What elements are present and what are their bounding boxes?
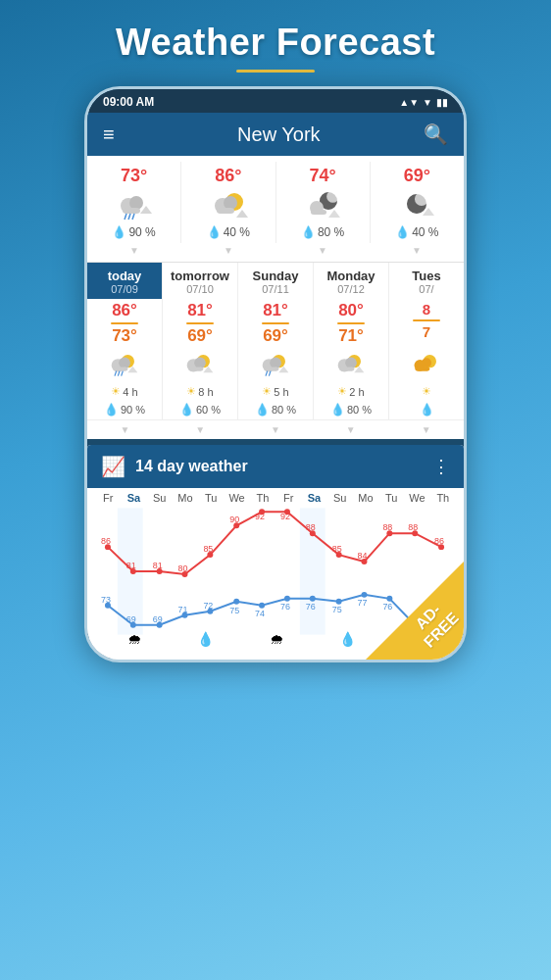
daily-sun-monday: ☀2 h <box>314 383 389 400</box>
chart-day-mo2: Mo <box>353 492 378 504</box>
day-name-sunday: Sunday <box>253 269 299 283</box>
svg-line-22 <box>115 371 117 376</box>
svg-line-5 <box>132 214 134 220</box>
day-date-today: 07/09 <box>111 283 138 295</box>
temperature-chart: 86 81 81 80 85 90 92 92 88 85 84 88 88 8… <box>95 508 456 635</box>
svg-rect-34 <box>264 368 278 371</box>
hourly-col-3: 74° 💧80 % <box>276 162 371 243</box>
day-date-sunday: 07/11 <box>262 283 289 295</box>
hourly-col-4: 69° 💧40 % <box>371 162 464 243</box>
daily-icon-tomorrow <box>163 346 238 383</box>
svg-text:75: 75 <box>332 605 342 614</box>
daily-icon-sunday <box>238 346 314 383</box>
chart-day-th2: Th <box>430 492 456 504</box>
svg-point-40 <box>345 358 357 369</box>
more-options-icon[interactable]: ⋮ <box>432 456 450 477</box>
wifi-icon: ▼ <box>423 97 432 108</box>
day-date-tomorrow: 07/10 <box>186 283 214 295</box>
day-col-sunday[interactable]: Sunday 07/11 <box>238 263 314 299</box>
title-underline <box>236 70 315 73</box>
svg-point-20 <box>119 358 130 369</box>
svg-text:81: 81 <box>126 561 136 570</box>
chart-day-we2: We <box>404 492 429 504</box>
chart-day-tu2: Tu <box>378 492 404 504</box>
hourly-temp-1: 73° <box>121 166 147 186</box>
svg-line-24 <box>122 371 124 376</box>
daily-precip-tomorrow: 💧60 % <box>163 400 238 419</box>
hourly-col-1: 73° 💧90 % <box>87 162 181 243</box>
svg-text:75: 75 <box>229 606 239 615</box>
daily-high-monday: 80° <box>338 301 364 320</box>
svg-line-35 <box>266 371 268 376</box>
daily-high-today: 86° <box>112 301 137 320</box>
hourly-icon-1 <box>109 186 160 225</box>
hourly-precip-1: 💧90 % <box>112 225 155 239</box>
svg-text:85: 85 <box>332 544 342 554</box>
svg-text:85: 85 <box>203 544 213 554</box>
signal-icon: ▲▼ <box>399 97 419 108</box>
status-bar: 09:00 AM ▲▼ ▼ ▮▮ <box>87 89 464 113</box>
svg-line-4 <box>128 214 130 220</box>
svg-line-3 <box>125 214 126 220</box>
day-date-tuesday: 07/ <box>419 283 433 295</box>
svg-text:92: 92 <box>255 512 265 521</box>
svg-point-82 <box>233 599 239 605</box>
day-col-today[interactable]: today 07/09 <box>87 263 163 299</box>
chart-day-fr1: Fr <box>95 492 121 504</box>
svg-text:80: 80 <box>178 564 188 573</box>
daily-sun-tuesday: ☀ <box>389 383 464 400</box>
svg-text:84: 84 <box>358 551 368 561</box>
daily-precip-sunday: 💧80 % <box>238 400 314 419</box>
svg-text:88: 88 <box>382 522 392 532</box>
day-col-tomorrow[interactable]: tomorrow 07/10 <box>163 263 238 299</box>
hourly-section: 73° 💧90 % 8 <box>87 156 464 263</box>
svg-text:81: 81 <box>153 561 163 570</box>
svg-text:88: 88 <box>306 522 316 532</box>
daily-precip-tuesday: 💧 <box>389 400 464 419</box>
hourly-icon-3 <box>297 186 348 225</box>
svg-rect-46 <box>415 368 429 371</box>
svg-rect-14 <box>311 210 326 215</box>
svg-text:76: 76 <box>382 602 392 612</box>
chart-day-th1: Th <box>250 492 276 504</box>
daily-icon-monday <box>314 346 389 383</box>
status-time: 09:00 AM <box>103 95 154 109</box>
day-name-today: today <box>108 269 142 283</box>
hourly-temp-2: 86° <box>215 166 241 186</box>
chart-day-sa1: Sa <box>121 492 146 504</box>
daily-high-sunday: 81° <box>263 301 288 320</box>
city-name: New York <box>134 123 424 146</box>
fourteen-day-title: 14 day weather <box>135 458 432 475</box>
svg-point-9 <box>224 196 237 210</box>
svg-point-33 <box>270 358 281 369</box>
fourteen-day-header: 📈 14 day weather ⋮ <box>87 445 464 488</box>
svg-text:74: 74 <box>255 609 265 618</box>
menu-icon[interactable]: ≡ <box>103 123 115 146</box>
svg-marker-15 <box>328 210 340 218</box>
daily-icon-tuesday <box>389 346 464 383</box>
daily-sun-tomorrow: ☀8 h <box>163 383 238 400</box>
daily-low-today: 73° <box>112 326 137 346</box>
day-col-tuesday[interactable]: Tues 07/ <box>389 263 464 299</box>
nav-bar: ≡ New York 🔍 <box>87 113 464 156</box>
search-icon[interactable]: 🔍 <box>424 122 448 146</box>
daily-sun-today: ☀4 h <box>87 383 163 400</box>
svg-marker-6 <box>140 206 152 214</box>
day-col-monday[interactable]: Monday 07/12 <box>314 263 389 299</box>
svg-text:77: 77 <box>358 598 368 608</box>
chart-day-tu: Tu <box>198 492 224 504</box>
hourly-temp-4: 69° <box>404 166 430 186</box>
daily-precip-monday: 💧80 % <box>314 400 389 419</box>
chart-day-sa2: Sa <box>301 492 326 504</box>
chart-icon: 📈 <box>101 455 125 478</box>
svg-rect-2 <box>123 208 140 214</box>
svg-text:86: 86 <box>434 536 444 546</box>
hourly-icon-4 <box>391 186 442 225</box>
svg-text:76: 76 <box>306 602 316 612</box>
svg-text:73: 73 <box>101 595 111 605</box>
svg-rect-21 <box>113 368 127 371</box>
svg-marker-11 <box>236 210 248 218</box>
hourly-precip-4: 💧40 % <box>395 225 438 239</box>
hourly-temp-3: 74° <box>310 166 336 186</box>
chart-day-su1: Su <box>147 492 173 504</box>
